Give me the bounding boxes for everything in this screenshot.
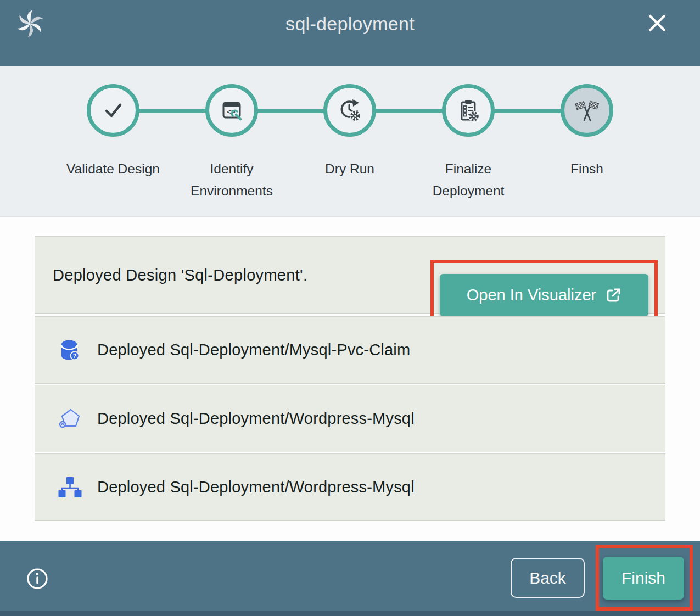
deployment-stepper: Validate Design <> Identify Environments… bbox=[0, 66, 700, 217]
design-status-text: Deployed Design 'Sql-Deployment'. bbox=[53, 266, 307, 284]
open-in-visualizer-button[interactable]: Open In Visualizer bbox=[440, 274, 648, 316]
step-label-finish: Finsh bbox=[537, 158, 636, 180]
step-label-dry-run: Dry Run bbox=[300, 158, 399, 180]
finish-button[interactable]: Finish bbox=[603, 557, 684, 600]
deployed-resource-row: Deployed Sql-Deployment/Wordpress-Mysql bbox=[35, 385, 665, 452]
design-status-row: Deployed Design 'Sql-Deployment'. Open I… bbox=[35, 236, 665, 314]
dry-run-icon bbox=[337, 98, 362, 123]
step-label-finalize-deployment: Finalize Deployment bbox=[419, 158, 518, 202]
deployed-resource-row: ? Deployed Sql-Deployment/Mysql-Pvc-Clai… bbox=[35, 316, 665, 384]
step-label-validate-design: Validate Design bbox=[64, 158, 163, 180]
database-icon: ? bbox=[56, 337, 82, 363]
step-identify-environments: <> bbox=[205, 84, 258, 137]
check-icon bbox=[100, 98, 126, 123]
open-in-visualizer-label: Open In Visualizer bbox=[467, 286, 596, 304]
finish-flags-icon bbox=[574, 98, 600, 123]
deployed-resource-text: Deployed Sql-Deployment/Mysql-Pvc-Claim bbox=[97, 341, 410, 359]
deployed-resource-text: Deployed Sql-Deployment/Wordpress-Mysql bbox=[97, 410, 415, 428]
svg-text:?: ? bbox=[73, 352, 76, 359]
step-dry-run bbox=[323, 84, 376, 137]
external-link-icon bbox=[605, 287, 621, 304]
hierarchy-icon bbox=[56, 474, 82, 501]
back-button[interactable]: Back bbox=[511, 558, 585, 598]
code-configure-icon: <> bbox=[219, 98, 244, 123]
deployed-resource-text: Deployed Sql-Deployment/Wordpress-Mysql bbox=[97, 478, 415, 496]
dialog-title: sql-deployment bbox=[0, 13, 700, 35]
info-icon[interactable] bbox=[24, 565, 51, 592]
step-validate-design bbox=[87, 84, 139, 137]
close-icon[interactable] bbox=[645, 11, 669, 35]
step-finalize-deployment bbox=[442, 84, 495, 137]
results-panel: Deployed Design 'Sql-Deployment'. Open I… bbox=[0, 217, 700, 541]
dialog-header: sql-deployment bbox=[0, 0, 700, 66]
pentagon-icon bbox=[56, 406, 82, 432]
window-bottom-edge bbox=[0, 611, 700, 616]
clipboard-gear-icon bbox=[456, 98, 481, 123]
dialog-footer: Back Finish bbox=[0, 541, 700, 611]
step-label-identify-environments: Identify Environments bbox=[182, 158, 281, 202]
deployed-resource-row: Deployed Sql-Deployment/Wordpress-Mysql bbox=[35, 453, 665, 521]
step-finish bbox=[561, 84, 613, 137]
